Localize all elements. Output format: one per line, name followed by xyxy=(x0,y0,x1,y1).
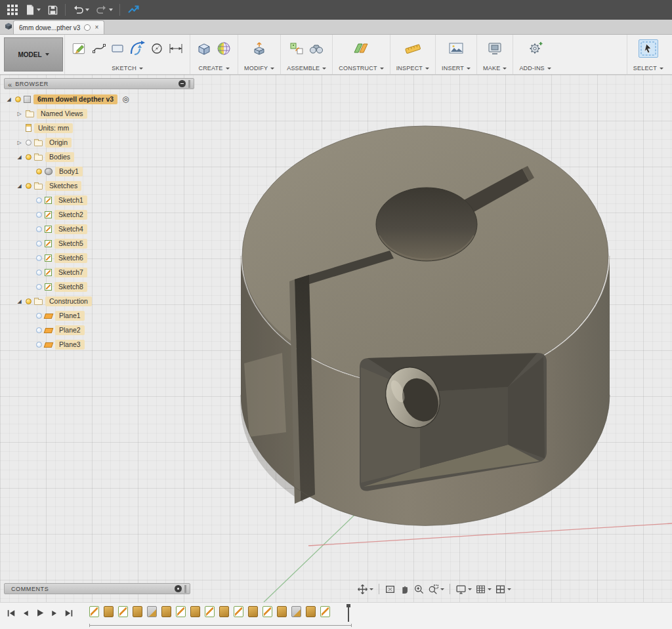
tree-item-sketch8[interactable]: Sketch8 xyxy=(4,279,194,294)
tree-item-label[interactable]: Named Views xyxy=(37,109,87,119)
step-back-button[interactable] xyxy=(22,609,30,618)
visibility-bulb-icon[interactable] xyxy=(26,140,32,146)
viewports-icon[interactable] xyxy=(495,584,511,595)
activate-component-radio-icon[interactable]: ◎ xyxy=(122,94,129,104)
tree-item-label[interactable]: Sketch1 xyxy=(54,195,87,205)
tab-close-icon[interactable]: × xyxy=(94,24,98,31)
file-menu-button[interactable] xyxy=(25,4,41,16)
app-grid-icon[interactable] xyxy=(7,4,18,16)
timeline-feature-sketch-icon[interactable] xyxy=(205,606,215,617)
visibility-bulb-icon[interactable] xyxy=(26,183,32,189)
timeline-track[interactable] xyxy=(89,625,352,626)
visibility-bulb-icon[interactable] xyxy=(36,284,42,290)
tree-item-plane3[interactable]: Plane3 xyxy=(4,337,194,352)
fit-view-icon[interactable] xyxy=(385,584,396,595)
zoom-icon[interactable] xyxy=(413,584,425,595)
addins-menu[interactable]: ADD-INS xyxy=(519,65,551,71)
expanded-arrow-icon[interactable]: ◢ xyxy=(5,96,12,102)
timeline-feature-extrude-icon[interactable] xyxy=(277,606,287,617)
comments-drag-grip[interactable] xyxy=(184,585,186,593)
collapsed-arrow-icon[interactable]: ▷ xyxy=(16,140,23,146)
timeline-feature-extrude-icon[interactable] xyxy=(133,606,142,617)
sketch-menu[interactable]: SKETCH xyxy=(112,65,143,71)
modify-menu[interactable]: MODIFY xyxy=(244,65,274,71)
visibility-bulb-icon[interactable] xyxy=(36,169,42,174)
timeline-feature-extrude-icon[interactable] xyxy=(161,606,171,617)
expanded-arrow-icon[interactable]: ◢ xyxy=(16,183,23,189)
visibility-bulb-icon[interactable] xyxy=(36,226,42,232)
tree-item-label[interactable]: Sketch2 xyxy=(54,210,87,220)
tree-item-label[interactable]: 6mm dowell depther v3 xyxy=(33,94,117,104)
construction-plane-icon[interactable] xyxy=(352,41,369,56)
collaboration-icon[interactable] xyxy=(127,4,140,16)
new-body-icon[interactable] xyxy=(196,41,212,56)
visibility-bulb-icon[interactable] xyxy=(36,212,42,218)
tree-item-units-mm[interactable]: Units: mm xyxy=(4,121,194,135)
spline-tool-icon[interactable] xyxy=(92,41,106,56)
timeline-feature-extrude-icon[interactable] xyxy=(248,606,258,617)
tab-status-radio-icon[interactable] xyxy=(84,24,91,31)
timeline-feature-extrude-icon[interactable] xyxy=(306,606,316,617)
pan-hand-icon[interactable] xyxy=(399,584,410,595)
timeline-playhead[interactable] xyxy=(348,605,349,622)
insert-menu[interactable]: INSERT xyxy=(442,65,471,71)
play-button[interactable] xyxy=(35,608,45,618)
tree-item-label[interactable]: Units: mm xyxy=(34,123,73,133)
visibility-bulb-icon[interactable] xyxy=(26,298,32,304)
tree-item-label[interactable]: Sketch4 xyxy=(54,224,87,234)
document-tab[interactable]: 6mm dowe...pther v3 × xyxy=(13,20,104,34)
browser-drag-grip[interactable] xyxy=(188,80,190,88)
browser-header[interactable]: BROWSER xyxy=(4,78,194,89)
rectangle-tool-icon[interactable] xyxy=(110,41,125,56)
tree-item-label[interactable]: Sketch5 xyxy=(54,239,87,249)
joint-icon[interactable] xyxy=(289,41,304,56)
assemble-menu[interactable]: ASSEMBLE xyxy=(287,65,326,71)
timeline-feature-sketch-icon[interactable] xyxy=(262,606,272,617)
select-cursor-icon[interactable] xyxy=(639,39,658,58)
tree-item-label[interactable]: Bodies xyxy=(45,152,74,162)
tree-item-label[interactable]: Sketches xyxy=(45,181,81,191)
tree-item-label[interactable]: Construction xyxy=(45,296,92,306)
select-menu[interactable]: SELECT xyxy=(633,65,663,71)
collapsed-arrow-icon[interactable]: ▷ xyxy=(16,111,23,117)
collapse-panel-icon[interactable] xyxy=(8,78,12,90)
tree-item-sketch6[interactable]: Sketch6 xyxy=(4,251,194,265)
construct-menu[interactable]: CONSTRUCT xyxy=(339,65,383,71)
tree-item-origin[interactable]: ▷Origin xyxy=(4,135,194,150)
tree-item-6mm-dowell-depther-v3[interactable]: ◢6mm dowell depther v3◎ xyxy=(4,92,194,106)
tree-item-body1[interactable]: Body1 xyxy=(4,164,194,178)
interference-binoculars-icon[interactable] xyxy=(308,41,324,56)
step-forward-button[interactable] xyxy=(51,609,58,618)
tree-item-named-views[interactable]: ▷Named Views xyxy=(4,106,194,121)
comments-expand-icon[interactable] xyxy=(175,585,182,592)
grid-settings-icon[interactable] xyxy=(475,584,492,595)
circle-tool-icon[interactable] xyxy=(150,41,164,56)
press-pull-icon[interactable] xyxy=(251,41,267,56)
timeline-feature-sketch-icon[interactable] xyxy=(118,606,128,617)
visibility-bulb-icon[interactable] xyxy=(36,313,42,319)
save-button[interactable] xyxy=(47,5,58,16)
display-settings-icon[interactable] xyxy=(455,584,472,595)
tree-item-sketch1[interactable]: Sketch1 xyxy=(4,193,194,207)
tree-item-bodies[interactable]: ◢Bodies xyxy=(4,150,194,164)
create-menu[interactable]: CREATE xyxy=(198,65,229,71)
visibility-bulb-icon[interactable] xyxy=(36,327,42,333)
visibility-bulb-icon[interactable] xyxy=(36,255,42,261)
visibility-bulb-icon[interactable] xyxy=(36,342,42,348)
timeline-feature-extrude-icon[interactable] xyxy=(190,606,200,617)
create-sketch-icon[interactable] xyxy=(71,40,88,57)
tree-item-plane1[interactable]: Plane1 xyxy=(4,308,194,323)
timeline-feature-chamfer-icon[interactable] xyxy=(147,606,157,617)
expanded-arrow-icon[interactable]: ◢ xyxy=(16,298,23,304)
orbit-icon[interactable] xyxy=(357,584,373,595)
comments-header[interactable]: COMMENTS xyxy=(4,583,190,594)
timeline-feature-chamfer-icon[interactable] xyxy=(291,606,301,617)
tree-item-label[interactable]: Body1 xyxy=(55,167,83,176)
dimension-tool-icon[interactable] xyxy=(168,41,184,56)
insert-image-icon[interactable] xyxy=(448,41,464,56)
primitive-sphere-icon[interactable] xyxy=(216,41,232,56)
tree-item-sketch4[interactable]: Sketch4 xyxy=(4,222,194,236)
tree-item-sketch2[interactable]: Sketch2 xyxy=(4,207,194,222)
zoom-window-icon[interactable] xyxy=(428,584,444,595)
3d-sketch-icon[interactable] xyxy=(129,40,146,57)
